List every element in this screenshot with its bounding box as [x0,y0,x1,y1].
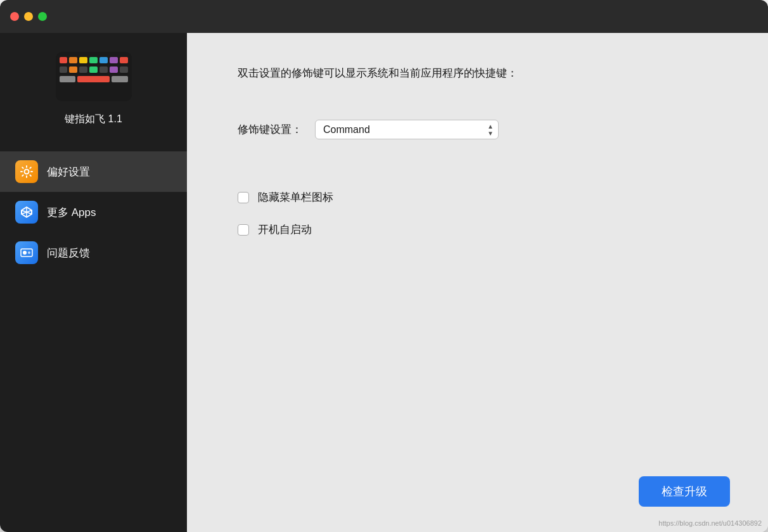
checkbox-row-auto-start[interactable]: 开机自启动 [238,222,730,237]
modifier-row: 修饰键设置： Command Option Control Shift ▲ ▼ [238,120,730,139]
content-area: 双击设置的修饰键可以显示系统和当前应用程序的快捷键： 修饰键设置： Comman… [187,33,768,532]
svg-point-0 [25,170,29,174]
checkbox-section: 隐藏菜单栏图标 开机自启动 [238,190,730,237]
description-text: 双击设置的修饰键可以显示系统和当前应用程序的快捷键： [238,65,730,82]
modifier-label: 修饰键设置： [238,122,302,137]
sidebar-item-prefs[interactable]: 偏好设置 [0,151,187,192]
sidebar-label-prefs: 偏好设置 [47,165,90,179]
sidebar-label-apps: 更多 Apps [47,205,96,220]
svg-point-2 [28,251,30,254]
apps-icon [15,201,38,224]
sidebar-label-feedback: 问题反馈 [47,246,90,260]
modifier-select-wrapper: Command Option Control Shift ▲ ▼ [315,120,499,139]
auto-start-label: 开机自启动 [258,222,312,237]
sidebar-item-apps[interactable]: 更多 Apps [0,192,187,232]
close-button[interactable] [10,12,19,21]
modifier-select[interactable]: Command Option Control Shift [315,120,499,139]
sidebar-item-feedback[interactable]: 问题反馈 [0,232,187,273]
checkbox-row-hide-menu[interactable]: 隐藏菜单栏图标 [238,190,730,205]
keyboard-icon [56,52,132,101]
app-name: 键指如飞 1.1 [65,113,122,126]
title-bar [0,0,768,33]
sidebar-navigation: 偏好设置 更多 Apps [0,151,187,273]
upgrade-button[interactable]: 检查升级 [639,476,730,507]
app-icon [56,52,132,103]
hide-menu-checkbox[interactable] [238,192,249,203]
watermark: https://blog.csdn.net/u014306892 [658,519,762,527]
minimize-button[interactable] [24,12,33,21]
hide-menu-label: 隐藏菜单栏图标 [258,190,333,205]
prefs-icon [15,160,38,183]
svg-point-1 [23,251,27,255]
feedback-icon [15,241,38,264]
auto-start-checkbox[interactable] [238,224,249,236]
sidebar: 键指如飞 1.1 偏好设置 [0,33,187,532]
app-window: 键指如飞 1.1 偏好设置 [0,0,768,532]
maximize-button[interactable] [38,12,47,21]
traffic-lights [10,12,47,21]
main-layout: 键指如飞 1.1 偏好设置 [0,33,768,532]
